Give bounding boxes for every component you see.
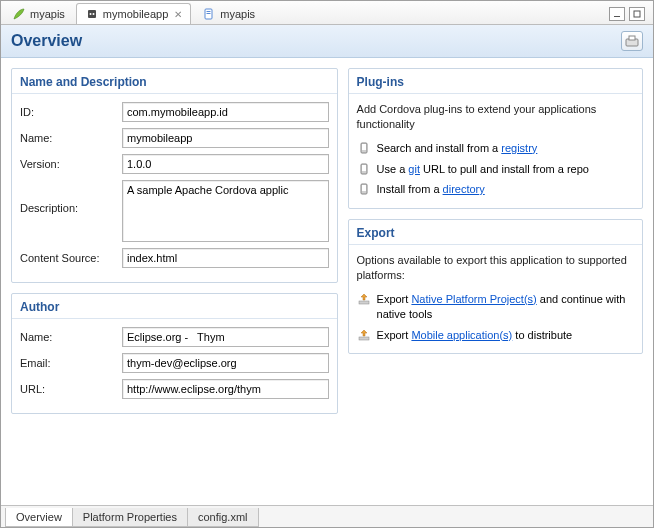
svg-rect-0: [88, 10, 96, 18]
list-text: Use a git URL to pull and install from a…: [377, 162, 589, 177]
tab-label: mymobileapp: [103, 8, 168, 20]
section-export: Export Options available to export this …: [348, 219, 643, 354]
export-list: Export Native Platform Project(s) and co…: [357, 289, 634, 346]
plugin-icon: [357, 162, 371, 176]
svg-rect-4: [207, 11, 211, 12]
input-id[interactable]: [122, 102, 329, 122]
editor-tabbar: myapis mymobileapp ✕ myapis: [1, 1, 653, 25]
input-name[interactable]: [122, 128, 329, 148]
tab-label: myapis: [30, 8, 65, 20]
export-icon: [357, 292, 371, 306]
svg-point-2: [92, 13, 94, 15]
maximize-button[interactable]: [629, 7, 645, 21]
link-git[interactable]: git: [408, 163, 420, 175]
list-text: Search and install from a registry: [377, 141, 538, 156]
svg-rect-5: [207, 13, 211, 14]
input-version[interactable]: [122, 154, 329, 174]
minimize-button[interactable]: [609, 7, 625, 21]
plugin-icon: [357, 182, 371, 196]
export-toolbar-button[interactable]: [621, 31, 643, 51]
export-icon: [357, 328, 371, 342]
plugins-list: Search and install from a registry Use a…: [357, 138, 634, 201]
svg-rect-16: [359, 301, 369, 304]
svg-rect-15: [362, 185, 366, 191]
input-content-source[interactable]: [122, 248, 329, 268]
section-heading: Plug-ins: [349, 69, 642, 94]
section-author: Author Name: Email: URL:: [11, 293, 338, 414]
tab-platform-properties[interactable]: Platform Properties: [72, 508, 188, 527]
list-text: Install from a directory: [377, 182, 485, 197]
section-heading: Author: [12, 294, 337, 319]
label-id: ID:: [20, 106, 116, 118]
tab-overview[interactable]: Overview: [5, 508, 73, 527]
label-name: Name:: [20, 132, 116, 144]
input-author-url[interactable]: [122, 379, 329, 399]
label-author-name: Name:: [20, 331, 116, 343]
list-item: Install from a directory: [357, 179, 634, 200]
cordova-icon: [85, 7, 99, 21]
close-icon[interactable]: ✕: [174, 9, 182, 20]
section-heading: Name and Description: [12, 69, 337, 94]
svg-rect-9: [629, 36, 635, 40]
link-directory[interactable]: directory: [443, 183, 485, 195]
list-text: Export Native Platform Project(s) and co…: [377, 292, 634, 322]
export-intro: Options available to export this applica…: [357, 253, 634, 283]
svg-rect-6: [614, 16, 620, 17]
input-author-name[interactable]: [122, 327, 329, 347]
editor-tab-mymobileapp[interactable]: mymobileapp ✕: [76, 3, 191, 24]
label-version: Version:: [20, 158, 116, 170]
section-name-description: Name and Description ID: Name: Version:: [11, 68, 338, 283]
link-native-platform[interactable]: Native Platform Project(s): [411, 293, 536, 305]
page-header: Overview: [1, 25, 653, 58]
editor-tab-myapis-2[interactable]: myapis: [193, 3, 264, 24]
list-item: Export Mobile application(s) to distribu…: [357, 325, 634, 346]
svg-rect-13: [362, 165, 366, 171]
doc-icon: [202, 7, 216, 21]
bottom-tabbar: Overview Platform Properties config.xml: [1, 505, 653, 527]
svg-point-1: [89, 13, 91, 15]
editor-window: myapis mymobileapp ✕ myapis Overview: [0, 0, 654, 528]
label-description: Description:: [20, 180, 116, 214]
page-body: Name and Description ID: Name: Version:: [1, 58, 653, 505]
link-mobile-app[interactable]: Mobile application(s): [411, 329, 512, 341]
section-heading: Export: [349, 220, 642, 245]
tab-label: myapis: [220, 8, 255, 20]
page-title: Overview: [11, 32, 82, 50]
input-description[interactable]: [122, 180, 329, 242]
tab-config-xml[interactable]: config.xml: [187, 508, 259, 527]
window-buttons: [609, 7, 651, 21]
input-author-email[interactable]: [122, 353, 329, 373]
section-plugins: Plug-ins Add Cordova plug-ins to extend …: [348, 68, 643, 209]
svg-rect-17: [359, 337, 369, 340]
editor-tab-myapis-1[interactable]: myapis: [3, 3, 74, 24]
label-author-email: Email:: [20, 357, 116, 369]
feather-icon: [12, 7, 26, 21]
link-registry[interactable]: registry: [501, 142, 537, 154]
plugin-icon: [357, 141, 371, 155]
list-item: Export Native Platform Project(s) and co…: [357, 289, 634, 325]
plugins-intro: Add Cordova plug-ins to extend your appl…: [357, 102, 634, 132]
list-item: Search and install from a registry: [357, 138, 634, 159]
svg-rect-11: [362, 144, 366, 150]
label-content-source: Content Source:: [20, 252, 116, 264]
label-author-url: URL:: [20, 383, 116, 395]
list-text: Export Mobile application(s) to distribu…: [377, 328, 573, 343]
list-item: Use a git URL to pull and install from a…: [357, 159, 634, 180]
svg-rect-7: [634, 11, 640, 17]
